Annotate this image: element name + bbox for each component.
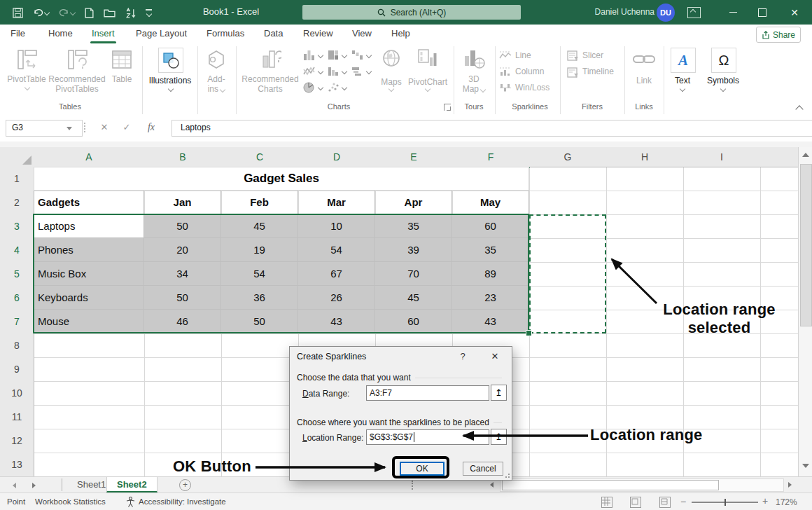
cell-B2[interactable]: Jan [144, 191, 221, 214]
maximize-button[interactable] [750, 0, 774, 25]
name-box-dropdown-icon[interactable] [66, 127, 72, 130]
dialog-help-icon[interactable]: ? [455, 350, 470, 364]
data-range-picker-button[interactable]: ↥ [491, 385, 507, 401]
user-name[interactable]: Daniel Uchenna [570, 7, 654, 17]
column-chart-icon[interactable] [303, 50, 315, 60]
column-header-partial[interactable] [760, 147, 798, 167]
scroll-up-icon[interactable] [802, 153, 809, 157]
tab-insert[interactable]: Insert [90, 25, 117, 43]
undo-button[interactable] [33, 8, 49, 18]
accessibility-status[interactable]: Accessibility: Investigate [139, 497, 226, 506]
illustrations-dropdown-icon[interactable] [168, 86, 174, 92]
tab-page-layout[interactable]: Page Layout [134, 25, 189, 43]
insert-function-icon[interactable]: fx [144, 120, 159, 135]
row-header-4[interactable]: 4 [0, 238, 34, 263]
sheet-nav-left-icon[interactable] [13, 483, 16, 488]
cell-F2[interactable]: May [452, 191, 529, 214]
column-header-H[interactable]: H [606, 147, 684, 167]
column-header-I[interactable]: I [683, 147, 761, 167]
sheet-nav-right-icon[interactable] [32, 483, 36, 488]
vertical-scroll-thumb[interactable] [800, 164, 812, 326]
formula-bar-splitter[interactable] [84, 123, 88, 132]
column-header-A[interactable]: A [34, 147, 145, 168]
dialog-resize-grip[interactable] [505, 473, 510, 478]
text-icon[interactable]: A [671, 48, 696, 73]
close-button[interactable]: ✕ [783, 0, 806, 25]
row-header-1[interactable]: 1 [0, 167, 34, 191]
text-dropdown-icon[interactable] [680, 86, 685, 92]
hscroll-right-icon[interactable] [788, 482, 792, 488]
symbols-button[interactable]: Symbols [703, 76, 743, 85]
line-chart-dropdown-icon[interactable] [318, 69, 323, 74]
zoom-out-button[interactable]: − [680, 496, 686, 507]
tab-file[interactable]: File [8, 25, 27, 43]
scatter-chart-icon[interactable] [328, 82, 339, 92]
cell-A2[interactable]: Gadgets [34, 191, 144, 214]
row-header-5[interactable]: 5 [0, 262, 34, 287]
collapse-ribbon-icon[interactable] [795, 105, 803, 113]
normal-view-icon[interactable] [601, 497, 612, 508]
select-all-button[interactable] [0, 147, 34, 167]
column-header-E[interactable]: E [375, 147, 453, 168]
zoom-in-button[interactable]: + [762, 495, 768, 506]
tab-help[interactable]: Help [389, 25, 412, 43]
share-button[interactable]: Share [756, 27, 801, 43]
sort-az-icon[interactable] [125, 8, 136, 18]
location-range-input[interactable]: $G$3:$G$7 [366, 429, 489, 445]
column-header-F[interactable]: F [452, 147, 530, 168]
treemap-chart-dropdown-icon[interactable] [342, 53, 347, 58]
illustrations-button[interactable]: Illustrations [146, 76, 195, 85]
page-layout-view-icon[interactable] [630, 497, 641, 508]
cell-C2[interactable]: Feb [221, 191, 298, 214]
customize-qat-icon[interactable] [146, 9, 152, 15]
zoom-slider-thumb[interactable] [724, 499, 726, 506]
treemap-chart-icon[interactable] [328, 50, 339, 60]
waterfall-chart-icon[interactable] [351, 50, 363, 60]
row-header-7[interactable]: 7 [0, 310, 34, 334]
funnel-chart-dropdown-icon[interactable] [366, 69, 372, 74]
tab-review[interactable]: Review [301, 25, 335, 43]
sheet-tab-sheet2[interactable]: Sheet2 [106, 477, 158, 492]
minimize-button[interactable] [721, 0, 745, 25]
column-header-B[interactable]: B [144, 147, 222, 168]
tab-home[interactable]: Home [46, 25, 75, 43]
undo-dropdown-icon[interactable] [44, 10, 50, 15]
pie-chart-dropdown-icon[interactable] [318, 85, 323, 90]
search-input[interactable]: Search (Alt+Q) [302, 5, 521, 20]
ribbon-display-options-icon[interactable] [687, 7, 701, 18]
dialog-close-icon[interactable]: ✕ [487, 350, 503, 364]
row-header-12[interactable]: 12 [0, 429, 34, 453]
row-header-9[interactable]: 9 [0, 357, 34, 382]
new-file-icon[interactable] [85, 8, 94, 18]
pie-chart-icon[interactable] [303, 82, 314, 93]
fill-handle[interactable] [526, 330, 532, 336]
histogram-chart-dropdown-icon[interactable] [342, 69, 347, 74]
column-header-C[interactable]: C [221, 147, 299, 168]
tab-view[interactable]: View [350, 25, 374, 43]
row-header-11[interactable]: 11 [0, 405, 34, 429]
save-icon[interactable] [13, 8, 23, 18]
histogram-chart-icon[interactable] [328, 66, 339, 76]
formula-input[interactable]: Laptops [172, 120, 812, 137]
workbook-statistics[interactable]: Workbook Statistics [35, 497, 106, 506]
cancel-button[interactable]: Cancel [463, 462, 503, 476]
location-range-picker-button[interactable]: ↥ [491, 429, 507, 445]
row-header-13[interactable]: 13 [0, 453, 34, 476]
column-header-G[interactable]: G [529, 147, 607, 167]
hscroll-left-icon[interactable] [490, 482, 493, 488]
scroll-down-icon[interactable] [802, 464, 809, 468]
row-header-6[interactable]: 6 [0, 286, 34, 310]
zoom-level[interactable]: 172% [776, 497, 797, 507]
cell-D2[interactable]: Mar [298, 191, 375, 214]
cell-title-gadget-sales[interactable]: Gadget Sales [34, 167, 529, 191]
horizontal-scroll-thumb[interactable] [502, 480, 719, 490]
row-header-2[interactable]: 2 [0, 191, 34, 215]
waterfall-chart-dropdown-icon[interactable] [366, 53, 372, 58]
vertical-scrollbar[interactable] [798, 147, 812, 476]
row-header-8[interactable]: 8 [0, 333, 34, 358]
illustrations-icon[interactable] [158, 48, 183, 73]
row-header-3[interactable]: 3 [0, 214, 34, 239]
tab-data[interactable]: Data [262, 25, 285, 43]
text-button[interactable]: Text [666, 76, 699, 85]
funnel-chart-icon[interactable] [351, 66, 363, 76]
